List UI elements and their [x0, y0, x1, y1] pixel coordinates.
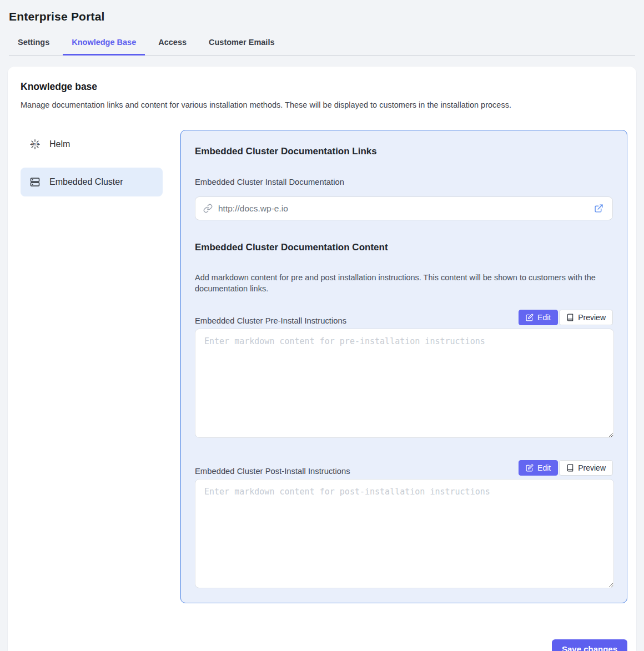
post-install-mode-toggle: Edit Preview [519, 460, 613, 476]
book-icon [566, 464, 574, 472]
post-install-label: Embedded Cluster Post-Install Instructio… [195, 467, 350, 476]
preview-button[interactable]: Preview [559, 310, 613, 325]
tab-settings[interactable]: Settings [9, 32, 58, 55]
pre-install-mode-toggle: Edit Preview [519, 310, 613, 325]
open-link-button[interactable] [593, 203, 605, 214]
svg-text:HELM: HELM [31, 143, 39, 146]
sidebar-item-label: Helm [49, 139, 70, 149]
embedded-cluster-panel: Embedded Cluster Documentation Links Emb… [180, 130, 627, 603]
install-doc-input[interactable] [218, 204, 593, 214]
sidebar-item-embedded-cluster[interactable]: Embedded Cluster [21, 168, 163, 196]
tab-customer-emails[interactable]: Customer Emails [200, 32, 283, 55]
edit-icon [526, 314, 534, 321]
edit-icon [526, 464, 534, 472]
tab-bar: Settings Knowledge Base Access Customer … [9, 32, 635, 55]
post-install-editor: Embedded Cluster Post-Install Instructio… [195, 460, 613, 588]
save-changes-button[interactable]: Save changes [552, 639, 627, 651]
preview-button[interactable]: Preview [559, 460, 613, 476]
install-doc-label: Embedded Cluster Install Documentation [195, 178, 613, 186]
external-link-icon [594, 204, 603, 213]
helm-icon: HELM [29, 139, 41, 150]
install-method-nav: HELM Helm Embedded Cluster [21, 130, 163, 603]
pre-install-textarea[interactable] [195, 329, 614, 438]
page-title: Enterprise Portal [9, 10, 635, 23]
save-row: Save changes [21, 639, 627, 651]
install-doc-field [195, 196, 613, 220]
book-icon [566, 314, 574, 321]
card-title: Knowledge base [21, 81, 627, 93]
edit-button[interactable]: Edit [519, 460, 558, 476]
tab-knowledge-base[interactable]: Knowledge Base [63, 32, 145, 55]
sidebar-item-helm[interactable]: HELM Helm [21, 130, 163, 159]
pre-install-editor: Embedded Cluster Pre-Install Instruction… [195, 310, 613, 438]
tab-access[interactable]: Access [149, 32, 195, 55]
post-install-textarea[interactable] [195, 479, 614, 588]
knowledge-base-card: Knowledge base Manage documentation link… [8, 67, 636, 651]
card-description: Manage documentation links and content f… [21, 100, 627, 109]
server-icon [29, 176, 41, 188]
pre-install-label: Embedded Cluster Pre-Install Instruction… [195, 316, 346, 325]
links-section-heading: Embedded Cluster Documentation Links [195, 146, 613, 157]
content-section-description: Add markdown content for pre and post in… [195, 272, 611, 294]
content-section-heading: Embedded Cluster Documentation Content [195, 242, 613, 253]
link-icon [203, 204, 213, 213]
sidebar-item-label: Embedded Cluster [49, 177, 123, 187]
edit-button[interactable]: Edit [519, 310, 558, 325]
app-header: Enterprise Portal Settings Knowledge Bas… [0, 0, 644, 55]
